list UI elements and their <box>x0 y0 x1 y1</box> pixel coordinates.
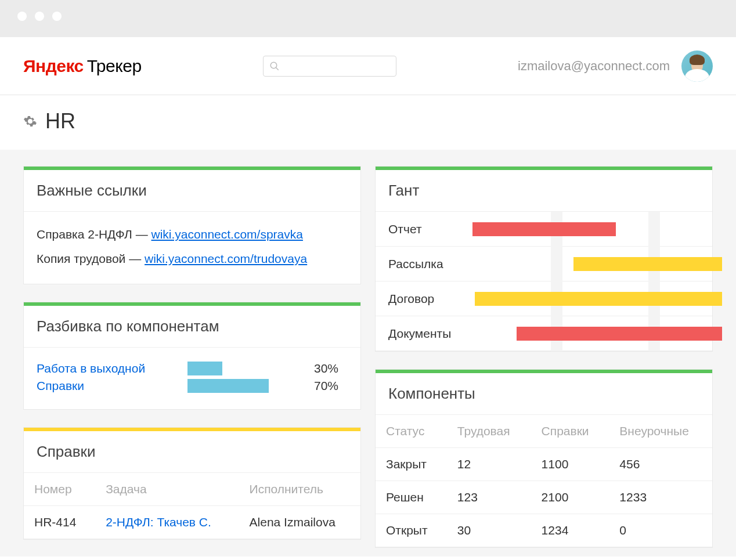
window-dot[interactable] <box>17 12 27 21</box>
gear-icon[interactable] <box>23 114 37 128</box>
gantt-bar[interactable] <box>573 257 722 271</box>
links-card: Важные ссылки Справка 2-НДФЛ — wiki.yaco… <box>23 166 361 284</box>
table-cell: Закрыт <box>376 448 447 481</box>
search-icon <box>269 61 280 71</box>
gantt-row: Документы <box>376 316 712 351</box>
spravki-table: Номер Задача Исполнитель HR-414 2-НДФЛ: … <box>24 473 360 539</box>
gantt-bar[interactable] <box>517 327 722 341</box>
svg-line-1 <box>276 67 279 70</box>
gantt-row: Рассылка <box>376 247 712 281</box>
col-header: Трудовая <box>447 415 531 448</box>
breakdown-bar-track <box>187 362 304 375</box>
gantt-bar[interactable] <box>472 222 616 236</box>
breakdown-bar <box>187 362 222 375</box>
issue-id: HR-414 <box>24 506 95 539</box>
gantt-label: Документы <box>376 327 465 341</box>
table-cell: 30 <box>447 514 531 547</box>
wiki-link[interactable]: wiki.yaconnect.com/trudovaya <box>145 252 307 265</box>
link-prefix: Справка 2-НДФЛ — <box>37 227 151 241</box>
table-cell: 12 <box>447 448 531 481</box>
svg-point-0 <box>270 62 277 68</box>
card-title: Гант <box>376 170 712 212</box>
page-title: HR <box>45 109 75 133</box>
user-email[interactable]: izmailova@yaconnect.com <box>518 59 670 74</box>
breakdown-value: 70% <box>314 379 338 393</box>
window-dot[interactable] <box>35 12 44 21</box>
link-row: Копия трудовой — wiki.yaconnect.com/trud… <box>37 247 348 271</box>
card-title: Компоненты <box>376 373 712 415</box>
dashboard-content: Важные ссылки Справка 2-НДФЛ — wiki.yaco… <box>0 150 736 557</box>
breakdown-value: 30% <box>314 362 338 375</box>
logo-product: Трекер <box>87 56 142 76</box>
table-cell: 0 <box>609 514 712 547</box>
breakdown-bar <box>187 379 269 393</box>
gantt-track <box>465 281 712 316</box>
components-card: Компоненты СтатусТрудоваяСправкиВнеурочн… <box>375 369 713 548</box>
breakdown-row: Справки70% <box>37 379 348 393</box>
table-cell: 2100 <box>531 481 609 514</box>
gantt-label: Договор <box>376 292 465 306</box>
col-header: Исполнитель <box>239 473 360 506</box>
table-cell: Открыт <box>376 514 447 547</box>
breakdown-label[interactable]: Справки <box>37 379 187 393</box>
gantt-bar[interactable] <box>475 292 722 306</box>
logo[interactable]: Яндекс Трекер <box>23 56 142 76</box>
app-header: Яндекс Трекер izmailova@yaconnect.com <box>0 37 736 95</box>
window-dot[interactable] <box>52 12 62 21</box>
issue-task[interactable]: 2-НДФЛ: Ткачев С. <box>95 506 239 539</box>
logo-brand: Яндекс <box>23 56 84 76</box>
breakdown-row: Работа в выходной30% <box>37 362 348 375</box>
spravki-card: Справки Номер Задача Исполнитель HR-414 … <box>23 427 361 540</box>
gantt-track <box>465 316 712 351</box>
page-title-bar: HR <box>0 95 736 150</box>
wiki-link[interactable]: wiki.yaconnect.com/spravka <box>151 227 303 241</box>
card-title: Разбивка по компонентам <box>24 306 360 348</box>
link-row: Справка 2-НДФЛ — wiki.yaconnect.com/spra… <box>37 222 348 247</box>
table-row[interactable]: Решен12321001233 <box>376 481 712 514</box>
col-header: Статус <box>376 415 447 448</box>
col-header: Задача <box>95 473 239 506</box>
card-title: Важные ссылки <box>24 170 360 212</box>
table-cell: 1100 <box>531 448 609 481</box>
table-cell: 1234 <box>531 514 609 547</box>
gantt-track <box>465 247 712 281</box>
search-input[interactable] <box>263 56 396 77</box>
col-header: Номер <box>24 473 95 506</box>
table-row[interactable]: Открыт3012340 <box>376 514 712 547</box>
table-cell: 1233 <box>609 481 712 514</box>
breakdown-label[interactable]: Работа в выходной <box>37 362 187 375</box>
breakdown-bar-track <box>187 379 304 393</box>
col-header: Внеурочные <box>609 415 712 448</box>
gantt-row: Договор <box>376 281 712 316</box>
table-cell: Решен <box>376 481 447 514</box>
issue-assignee: Alena Izmailova <box>239 506 360 539</box>
table-cell: 123 <box>447 481 531 514</box>
gantt-track <box>465 212 712 247</box>
breakdown-card: Разбивка по компонентам Работа в выходно… <box>23 302 361 410</box>
avatar[interactable] <box>681 50 713 82</box>
link-prefix: Копия трудовой — <box>37 252 145 265</box>
gantt-card: Гант ОтчетРассылкаДоговорДокументы <box>375 166 713 352</box>
table-row[interactable]: Закрыт121100456 <box>376 448 712 481</box>
card-title: Справки <box>24 431 360 473</box>
window-chrome <box>0 0 736 37</box>
gantt-label: Рассылка <box>376 257 465 271</box>
gantt-label: Отчет <box>376 222 465 236</box>
gantt-row: Отчет <box>376 212 712 247</box>
col-header: Справки <box>531 415 609 448</box>
components-table: СтатусТрудоваяСправкиВнеурочныеЗакрыт121… <box>376 415 712 547</box>
table-row[interactable]: HR-414 2-НДФЛ: Ткачев С. Alena Izmailova <box>24 506 360 539</box>
table-cell: 456 <box>609 448 712 481</box>
